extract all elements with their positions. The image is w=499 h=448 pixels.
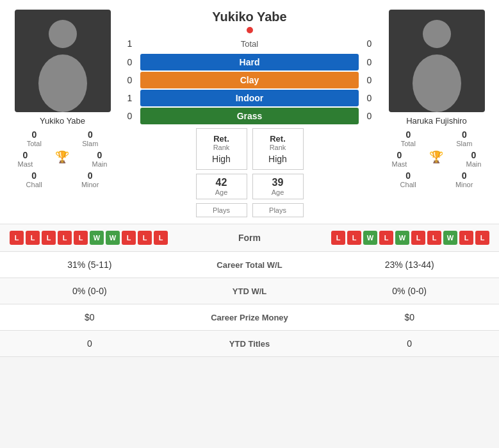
- stat-right-0: 23% (13-44): [329, 260, 489, 270]
- stat-label-0: Career Total W/L: [170, 260, 330, 270]
- surface-row-hard: 0 Hard 0: [122, 54, 377, 71]
- player2-chall-value: 0: [405, 170, 411, 181]
- hard-left: 0: [122, 57, 138, 67]
- top-section: Yukiko Yabe 0 Total 0 Slam 0 Mast: [0, 0, 499, 224]
- p2-plays-label: Plays: [263, 206, 293, 214]
- player2-avatar: [389, 10, 485, 112]
- player2-stats-row2: 0 Mast 🏆 0 Main: [380, 150, 493, 168]
- p2-age-value: 39: [263, 177, 293, 188]
- player2-form: LLWLWLLWLL: [331, 231, 489, 245]
- player2-silhouette: [405, 16, 469, 112]
- player2-main-item: 0 Main: [466, 150, 482, 168]
- total-right: 0: [361, 38, 377, 49]
- clay-right: 0: [361, 75, 377, 85]
- player2-total-value: 0: [405, 129, 411, 140]
- surface-rows: 0 Hard 0 0 Clay 0 1 Indoor 0 0 Grass: [122, 54, 377, 124]
- player1-main-value: 0: [97, 150, 102, 160]
- player1-card: Yukiko Yabe 0 Total 0 Slam 0 Mast: [6, 10, 119, 217]
- player1-name: Yukiko Yabe: [40, 116, 85, 126]
- player1-minor-label: Minor: [81, 181, 99, 188]
- form-badge-w: W: [443, 231, 457, 245]
- total-row: 1 Total 0: [122, 37, 377, 50]
- main-container: Yukiko Yabe 0 Total 0 Slam 0 Mast: [0, 0, 499, 357]
- stat-rows: 31% (5-11) Career Total W/L 23% (13-44) …: [0, 251, 499, 357]
- total-center-label: Total: [138, 39, 361, 49]
- form-badge-l: L: [10, 231, 24, 245]
- player1-slam-value: 0: [88, 129, 93, 140]
- player1-stats: 0 Total 0 Slam 0 Mast 🏆: [6, 129, 119, 188]
- player1-slam-item: 0 Slam: [82, 129, 98, 147]
- grass-left: 0: [122, 111, 138, 121]
- form-badge-l: L: [42, 231, 56, 245]
- player2-main-label: Main: [466, 160, 482, 168]
- svg-point-0: [49, 20, 77, 48]
- player2-total-label: Total: [401, 140, 416, 147]
- player1-chall-label: Chall: [26, 181, 42, 188]
- stat-left-0: 31% (5-11): [10, 260, 170, 270]
- indoor-badge: Indoor: [140, 90, 359, 106]
- stat-left-1: 0% (0-0): [10, 286, 170, 296]
- svg-point-1: [38, 54, 87, 112]
- surface-row-grass: 0 Grass 0: [122, 108, 377, 124]
- player1-chall-item: 0 Chall: [26, 170, 42, 188]
- player2-mast-label: Mast: [392, 160, 407, 168]
- p1-plays-label: Plays: [207, 206, 236, 214]
- indoor-right: 0: [361, 93, 377, 103]
- stat-right-3: 0: [329, 338, 489, 349]
- player1-trophy-icon: 🏆: [55, 150, 69, 164]
- form-badge-l: L: [74, 231, 88, 245]
- player2-slam-label: Slam: [456, 140, 472, 147]
- form-badge-w: W: [363, 231, 377, 245]
- player1-minor-item: 0 Minor: [81, 170, 99, 188]
- player2-mast-value: 0: [397, 150, 402, 160]
- center-stats: Yukiko Yabe 1 Total 0 0 Hard 0 0 Clay 0: [122, 10, 377, 217]
- player2-mast-item: 0 Mast: [392, 150, 407, 168]
- p2-plays-box: Plays: [252, 203, 304, 217]
- form-badge-l: L: [122, 231, 136, 245]
- player2-stats-row3: 0 Chall 0 Minor: [380, 170, 493, 188]
- player2-slam-item: 0 Slam: [456, 129, 472, 147]
- player2-slam-value: 0: [462, 129, 467, 140]
- p1-ret-box: Ret. Rank High: [196, 128, 247, 170]
- player1-minor-value: 0: [88, 170, 93, 181]
- age-plays-row: 42 Age 39 Age: [196, 174, 304, 199]
- stat-data-row-0: 31% (5-11) Career Total W/L 23% (13-44): [0, 252, 499, 278]
- player1-silhouette: [31, 16, 95, 112]
- player2-trophy: 🏆: [429, 150, 443, 168]
- surface-row-clay: 0 Clay 0: [122, 72, 377, 88]
- form-badge-w: W: [106, 231, 120, 245]
- player1-stats-row3: 0 Chall 0 Minor: [6, 170, 119, 188]
- stat-data-row-1: 0% (0-0) YTD W/L 0% (0-0): [0, 278, 499, 304]
- hard-badge: Hard: [140, 54, 359, 71]
- player1-mast-item: 0 Mast: [18, 150, 33, 168]
- form-badge-l: L: [58, 231, 72, 245]
- p2-age-box: 39 Age: [252, 174, 304, 199]
- player2-name: Haruka Fujishiro: [406, 116, 467, 126]
- player2-total-item: 0 Total: [401, 129, 416, 147]
- player2-minor-item: 0 Minor: [455, 170, 473, 188]
- clay-badge: Clay: [140, 72, 359, 88]
- plays-row: Plays Plays: [196, 203, 304, 217]
- p1-plays-box: Plays: [196, 203, 247, 217]
- svg-point-3: [413, 54, 461, 112]
- stat-right-1: 0% (0-0): [329, 286, 489, 296]
- form-badge-l: L: [379, 231, 393, 245]
- form-badge-l: L: [154, 231, 168, 245]
- p1-high: High: [207, 154, 236, 164]
- p2-age-label: Age: [263, 188, 293, 196]
- hard-right: 0: [361, 57, 377, 67]
- player1-mast-value: 0: [23, 150, 28, 160]
- p2-high: High: [263, 154, 293, 164]
- form-badge-l: L: [475, 231, 489, 245]
- total-left: 1: [122, 38, 138, 49]
- player2-chall-label: Chall: [400, 181, 416, 188]
- form-badge-w: W: [395, 231, 409, 245]
- player2-card: Haruka Fujishiro 0 Total 0 Slam 0 Mast: [380, 10, 493, 217]
- stat-left-3: 0: [10, 338, 170, 349]
- p2-ret-title: Ret.: [263, 134, 293, 144]
- player1-total-item: 0 Total: [27, 129, 42, 147]
- player2-main-value: 0: [471, 150, 477, 160]
- player1-trophy: 🏆: [55, 150, 69, 168]
- player1-form: LLLLLWWLLL: [10, 231, 168, 245]
- stat-left-2: $0: [10, 312, 170, 322]
